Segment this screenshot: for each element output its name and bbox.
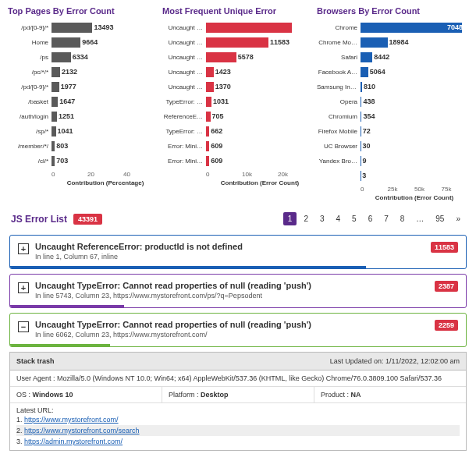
page-1[interactable]: 1 bbox=[283, 212, 297, 225]
total-badge: 43391 bbox=[73, 214, 102, 225]
bar-label: Chrome Mo… bbox=[317, 39, 361, 46]
bar[interactable]: 9 bbox=[361, 156, 468, 166]
os-cell: OS : Windows 10 bbox=[10, 387, 162, 403]
bar[interactable]: 1647 bbox=[52, 97, 159, 107]
url-link[interactable]: https://admin.mystorefront.com/ bbox=[24, 438, 123, 445]
bar[interactable]: 5064 bbox=[361, 67, 468, 77]
bar[interactable]: 1977 bbox=[52, 82, 159, 92]
page-»[interactable]: » bbox=[451, 212, 465, 225]
stack-title: Stack trash bbox=[16, 357, 55, 365]
bar[interactable]: 1031 bbox=[206, 97, 314, 107]
url-row: 3. https://admin.mystorefront.com/ bbox=[16, 436, 460, 447]
bar-label: /basket bbox=[8, 98, 52, 105]
error-location: In line 1, Column 67, inline bbox=[35, 253, 424, 261]
chart-title: Most Frequent Unique Error bbox=[162, 6, 314, 16]
error-location: In line 6062, Column 23, https://www.mys… bbox=[35, 331, 428, 339]
bar-label: Facebook A… bbox=[317, 69, 361, 76]
bar[interactable]: 705 bbox=[206, 112, 314, 122]
bar-label: Chrome bbox=[317, 24, 361, 31]
bar[interactable]: 70482 bbox=[361, 23, 468, 33]
page-95[interactable]: 95 bbox=[431, 212, 449, 225]
bar-label: Uncaught … bbox=[162, 24, 206, 31]
bar[interactable]: 354 bbox=[361, 112, 468, 122]
url-link[interactable]: https://www.mystorefront.com/search bbox=[24, 427, 140, 434]
bar-label: TypeError: … bbox=[162, 98, 206, 105]
url-link[interactable]: https://www.mystorefront.com/ bbox=[24, 416, 119, 424]
url-list: Latest URL: 1. https://www.mystorefront.… bbox=[10, 403, 466, 450]
bar-label: TypeError: … bbox=[162, 128, 206, 135]
bar-label: ReferenceE… bbox=[162, 113, 206, 120]
expand-icon[interactable]: + bbox=[18, 243, 29, 254]
page-…[interactable]: … bbox=[411, 212, 428, 225]
error-count-badge: 11583 bbox=[431, 242, 458, 253]
bar[interactable]: 1251 bbox=[52, 112, 159, 122]
bar-label: /ps bbox=[8, 54, 52, 61]
page-7[interactable]: 7 bbox=[379, 212, 393, 225]
error-count-badge: 2387 bbox=[435, 281, 458, 292]
page-4[interactable]: 4 bbox=[332, 212, 346, 225]
url-row: 2. https://www.mystorefront.com/search bbox=[16, 425, 460, 436]
chart-title: Top Pages By Error Count bbox=[8, 6, 159, 16]
url-row: 1. https://www.mystorefront.com/ bbox=[16, 414, 460, 425]
bar[interactable]: 803 bbox=[52, 141, 159, 151]
page-8[interactable]: 8 bbox=[396, 212, 410, 225]
bar[interactable]: 609 bbox=[206, 156, 314, 166]
bar-label: Error: Mini… bbox=[162, 158, 206, 165]
bar-label: /pd/[0-9]/* bbox=[8, 24, 52, 31]
bar-label: Uncaught … bbox=[162, 54, 206, 61]
chart-title: Browsers By Error Count bbox=[317, 6, 468, 16]
error-location: In line 5743, Column 23, https://www.mys… bbox=[35, 292, 428, 300]
bar[interactable]: 810 bbox=[361, 82, 468, 92]
bar[interactable]: 18984 bbox=[361, 37, 468, 48]
bar-label: /cl/* bbox=[8, 158, 52, 165]
collapse-icon[interactable]: − bbox=[18, 321, 29, 332]
expand-icon[interactable]: + bbox=[18, 282, 29, 293]
bar-label: Samsung Int… bbox=[317, 83, 361, 90]
page-3[interactable]: 3 bbox=[315, 212, 329, 225]
user-agent-row: User Agent : Mozilla/5.0 (Windows NT 10.… bbox=[10, 370, 466, 387]
error-message: Uncaught TypeError: Cannot read properti… bbox=[35, 281, 428, 290]
pagination: 12345678…95» bbox=[283, 212, 465, 225]
bar[interactable]: 438 bbox=[361, 97, 468, 107]
error-item: − Uncaught TypeError: Cannot read proper… bbox=[9, 313, 467, 347]
error-message: Uncaught TypeError: Cannot read properti… bbox=[35, 320, 428, 329]
list-title: JS Error List bbox=[11, 214, 67, 225]
bar-label: /pd/[0-9]/* bbox=[8, 83, 52, 90]
bar[interactable]: 1041 bbox=[52, 126, 159, 136]
bar[interactable]: 13493 bbox=[52, 23, 159, 33]
error-count-badge: 2259 bbox=[435, 320, 458, 331]
bar[interactable]: 15923 bbox=[206, 23, 314, 33]
bar[interactable]: 8442 bbox=[361, 52, 468, 62]
bar-label: Home bbox=[8, 39, 52, 46]
bar[interactable]: 1423 bbox=[206, 67, 314, 77]
bar-label: Safari bbox=[317, 54, 361, 61]
bar[interactable]: 6334 bbox=[52, 52, 159, 62]
bar[interactable]: 9664 bbox=[52, 37, 159, 48]
error-item: + Uncaught TypeError: Cannot read proper… bbox=[9, 274, 467, 308]
page-2[interactable]: 2 bbox=[299, 212, 313, 225]
bar[interactable]: 5578 bbox=[206, 52, 314, 62]
product-cell: Product : NA bbox=[314, 387, 466, 403]
bar-label: Uncaught … bbox=[162, 69, 206, 76]
bar-label: /auth/login bbox=[8, 113, 52, 120]
bar[interactable]: 609 bbox=[206, 141, 314, 151]
bar-label: /member/*/ bbox=[8, 143, 52, 150]
page-5[interactable]: 5 bbox=[347, 212, 361, 225]
bar-label: Uncaught … bbox=[162, 39, 206, 46]
error-message: Uncaught ReferenceError: productId is no… bbox=[35, 242, 424, 251]
bar[interactable]: 1370 bbox=[206, 82, 314, 92]
bar-label: Firefox Mobile bbox=[317, 128, 361, 135]
bar[interactable]: 2132 bbox=[52, 67, 159, 77]
bar[interactable]: 662 bbox=[206, 126, 314, 136]
bar[interactable]: 703 bbox=[52, 156, 159, 166]
platform-cell: Platform : Desktop bbox=[162, 387, 314, 403]
bar[interactable]: 11583 bbox=[206, 37, 314, 48]
page-6[interactable]: 6 bbox=[364, 212, 378, 225]
bar-label: /pc/*/* bbox=[8, 69, 52, 76]
bar[interactable]: 30 bbox=[361, 141, 468, 151]
bar-label: Error: Mini… bbox=[162, 143, 206, 150]
stack-panel: Stack trash Last Updated on: 1/11/2022, … bbox=[9, 352, 467, 451]
bar-label: Chromium bbox=[317, 113, 361, 120]
bar[interactable]: 72 bbox=[361, 126, 468, 136]
bar[interactable]: 3 bbox=[361, 171, 468, 181]
